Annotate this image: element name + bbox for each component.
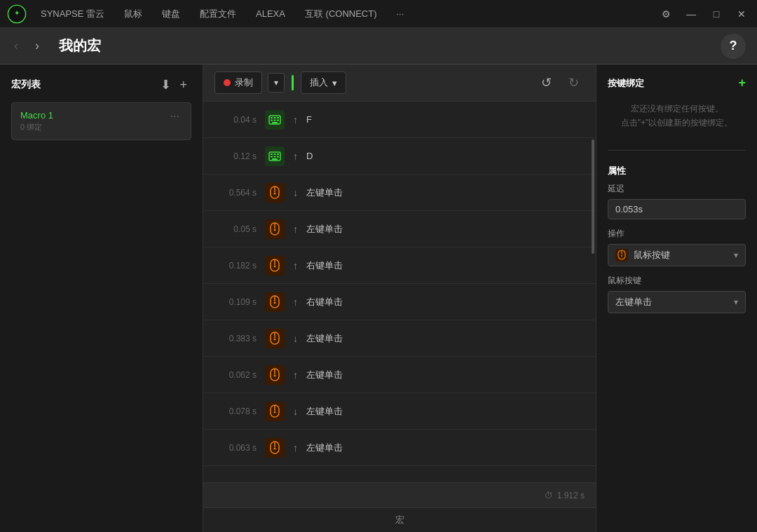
mouse-icon: [265, 402, 285, 421]
record-label: 录制: [235, 76, 253, 89]
nav-mouse[interactable]: 鼠标: [120, 5, 146, 23]
table-row[interactable]: 0.12 s ↑ D: [203, 138, 596, 175]
event-direction-icon: ↓: [293, 333, 298, 344]
event-time: 0.383 s: [214, 334, 257, 343]
nav-config[interactable]: 配置文件: [196, 5, 240, 23]
insert-dropdown-arrow: ▾: [332, 78, 337, 88]
event-direction-icon: ↑: [293, 442, 298, 453]
download-button[interactable]: ⬇: [156, 76, 175, 94]
svg-rect-16: [277, 156, 279, 157]
page-title: 我的宏: [59, 36, 709, 55]
delay-input[interactable]: [608, 199, 746, 219]
right-panel: 按键绑定 + 宏还没有绑定任何按键。 点击"+"以创建新的按键绑定。 属性 延迟…: [596, 64, 757, 532]
table-row[interactable]: 0.04 s ↑ F: [203, 102, 596, 138]
event-label: D: [306, 151, 313, 161]
table-row[interactable]: 0.063 s ↑ 左键单击: [203, 430, 596, 466]
insert-button[interactable]: 插入 ▾: [301, 71, 346, 94]
binding-empty-message: 宏还没有绑定任何按键。 点击"+"以创建新的按键绑定。: [608, 96, 746, 136]
add-macro-button[interactable]: +: [175, 76, 191, 94]
total-time: ⏱ 1.912 s: [545, 491, 585, 500]
forward-arrow[interactable]: ›: [32, 36, 42, 56]
mouse-button-value: 左键单击: [615, 296, 652, 308]
macro-event-list[interactable]: 0.04 s ↑ F: [203, 102, 596, 482]
svg-point-23: [274, 229, 276, 231]
center-toolbar: 录制 ▾ 插入 ▾ ↺ ↻: [203, 64, 596, 102]
table-row[interactable]: 0.078 s ↓ 左键单击: [203, 393, 596, 430]
attr-title-label: 属性: [608, 165, 626, 177]
svg-point-35: [274, 374, 276, 376]
event-label: 左键单击: [306, 186, 343, 199]
table-row[interactable]: 0.05 s ↑ 左键单击: [203, 211, 596, 247]
nav-keyboard[interactable]: 键盘: [158, 5, 184, 23]
svg-rect-7: [274, 119, 276, 121]
titlebar: ✦ SYNAPSE 雷云 鼠标 键盘 配置文件 ALEXA 互联 (CONNEC…: [0, 0, 757, 28]
nav-connect[interactable]: 互联 (CONNECT): [301, 5, 381, 23]
close-button[interactable]: ✕: [732, 4, 751, 24]
event-time: 0.04 s: [214, 115, 257, 125]
event-time: 0.109 s: [214, 297, 257, 307]
record-dropdown[interactable]: ▾: [268, 73, 285, 93]
mouse-icon: [265, 256, 285, 275]
svg-point-38: [274, 411, 276, 413]
event-label: 左键单击: [306, 223, 343, 236]
help-button[interactable]: ?: [721, 34, 746, 59]
event-direction-icon: ↑: [293, 369, 298, 381]
record-button[interactable]: 录制: [214, 71, 262, 94]
event-time: 0.05 s: [214, 224, 257, 234]
macro-more-button[interactable]: ···: [168, 110, 182, 123]
table-row[interactable]: 0.383 s ↓ 左键单击: [203, 320, 596, 357]
minimize-button[interactable]: —: [681, 4, 701, 24]
svg-point-41: [274, 447, 276, 449]
binding-title-label: 按键绑定: [608, 77, 644, 90]
binding-section-title: 按键绑定 +: [608, 76, 746, 90]
redo-button[interactable]: ↻: [563, 72, 585, 93]
event-direction-icon: ↓: [293, 406, 298, 417]
macro-list-header: 宏列表 ⬇ +: [11, 76, 191, 94]
back-arrow[interactable]: ‹: [11, 36, 21, 56]
event-label: 左键单击: [306, 369, 343, 381]
settings-button[interactable]: ⚙: [656, 4, 676, 24]
table-row[interactable]: 0.564 s ↓ 左键单击: [203, 175, 596, 211]
event-direction-icon: ↑: [293, 224, 298, 235]
macro-item[interactable]: Macro 1 0 绑定 ···: [11, 102, 191, 140]
mouse-icon: [265, 292, 285, 312]
svg-rect-8: [277, 119, 279, 121]
svg-rect-4: [274, 117, 276, 118]
table-row[interactable]: 0.109 s ↑ 右键单击: [203, 284, 596, 320]
keyboard-icon: [265, 110, 285, 130]
add-binding-button[interactable]: +: [738, 76, 746, 90]
table-row[interactable]: 0.062 s ↑ 左键单击: [203, 357, 596, 393]
attributes-section: 属性 延迟 操作 鼠标按键 ▾ 鼠标按键 左键单击 ▾: [608, 165, 746, 322]
svg-text:✦: ✦: [14, 9, 20, 17]
svg-rect-15: [274, 156, 276, 157]
event-time: 0.078 s: [214, 407, 257, 416]
scrollbar-thumb[interactable]: [592, 139, 594, 254]
event-label: 左键单击: [306, 332, 343, 345]
app-logo: ✦: [6, 3, 28, 25]
action-select[interactable]: 鼠标按键 ▾: [608, 244, 746, 266]
mouse-icon: [265, 219, 285, 239]
svg-rect-14: [271, 156, 273, 157]
total-time-value: 1.912 s: [557, 491, 585, 500]
svg-point-29: [274, 301, 276, 303]
nav-more[interactable]: ···: [393, 6, 409, 22]
event-time: 0.12 s: [214, 151, 257, 161]
table-row[interactable]: 0.182 s ↑ 右键单击: [203, 247, 596, 284]
record-indicator: [292, 75, 294, 90]
mouse-icon: [265, 183, 285, 203]
event-label: 右键单击: [306, 296, 343, 308]
subheader: ‹ › 我的宏 ?: [0, 28, 757, 64]
event-direction-icon: ↓: [293, 187, 298, 198]
event-time: 0.062 s: [214, 370, 257, 380]
nav-synapse[interactable]: SYNAPSE 雷云: [36, 5, 109, 23]
mouse-icon: [265, 329, 285, 348]
nav-alexa[interactable]: ALEXA: [252, 6, 289, 22]
main-layout: 宏列表 ⬇ + Macro 1 0 绑定 ··· 录制 ▾ 插入 ▾: [0, 64, 757, 532]
mouse-button-select[interactable]: 左键单击 ▾: [608, 291, 746, 313]
undo-button[interactable]: ↺: [536, 72, 557, 93]
svg-rect-13: [277, 154, 279, 155]
action-icon: [615, 249, 628, 261]
action-dropdown-arrow: ▾: [734, 250, 738, 260]
maximize-button[interactable]: □: [707, 4, 726, 24]
event-label: 左键单击: [306, 442, 343, 454]
